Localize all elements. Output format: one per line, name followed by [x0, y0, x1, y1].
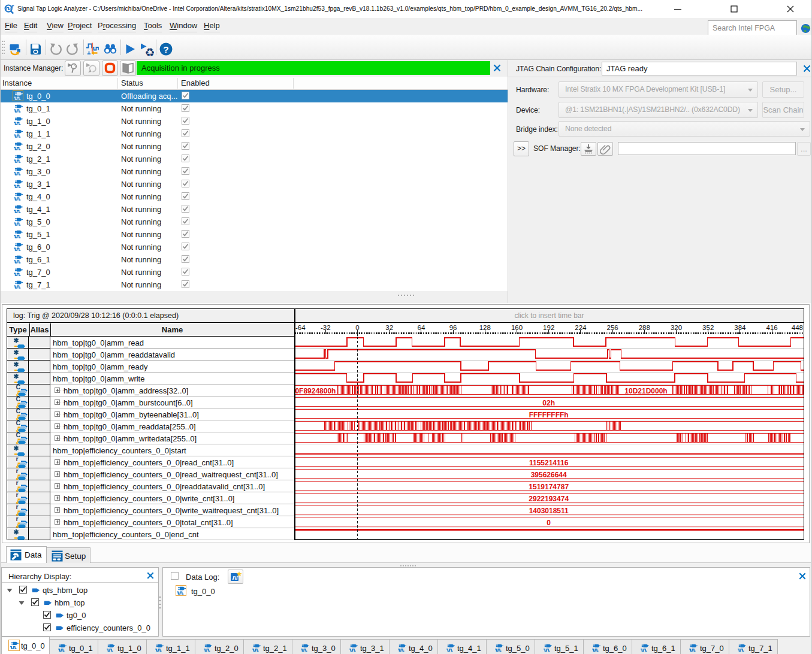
instance-tab-tg_2_1[interactable]: tg_2_1	[244, 639, 292, 654]
read-data-button[interactable]	[120, 60, 136, 76]
wave-row-11[interactable]: rhbm_top|efficiency_counters_0_0|read_wa…	[7, 468, 294, 480]
jtag-close-icon[interactable]	[802, 63, 812, 74]
instance-enabled-checkbox[interactable]	[182, 167, 189, 175]
autorun-analysis-button[interactable]	[83, 60, 99, 76]
wave-row-6[interactable]: Chbm_top|tg0_0|amm_byteenable[31..0]	[7, 408, 294, 420]
menu-file[interactable]: File	[5, 21, 17, 30]
expand-icon[interactable]	[55, 459, 60, 465]
instance-enabled-checkbox[interactable]	[182, 217, 189, 225]
hardware-select[interactable]: Intel Stratix 10 MX FPGA Development Kit…	[559, 81, 758, 98]
wave-row-0[interactable]: hbm_top|tg0_0|amm_read	[7, 337, 294, 349]
wave-row-9[interactable]: hbm_top|efficiency_counters_0_0|start	[7, 444, 294, 456]
menu-window[interactable]: Window	[170, 21, 197, 30]
tree-checkbox[interactable]	[31, 598, 39, 606]
col-status[interactable]: Status	[121, 78, 143, 87]
horizontal-splitter[interactable]	[0, 291, 508, 303]
instance-tab-tg_7_0[interactable]: tg_7_0	[681, 639, 729, 654]
instance-enabled-checkbox[interactable]	[182, 255, 189, 263]
banner-close-icon[interactable]	[492, 63, 502, 73]
wave-row-12[interactable]: rhbm_top|efficiency_counters_0_0|readdat…	[7, 480, 294, 492]
device-select[interactable]: @1: 1SM21BHN1(.|AS)/1SM21BHN2/.. (0x632A…	[559, 102, 758, 118]
wave-row-8[interactable]: Chbm_top|tg0_0|amm_writedata[255..0]	[7, 432, 294, 444]
tree-checkbox[interactable]	[43, 623, 51, 631]
datalog-item-tg_0_0[interactable]: tg_0_0	[163, 586, 343, 598]
instance-row-tg_1_1[interactable]: tg_1_1Not running	[0, 128, 508, 140]
autorun-analysis-icon[interactable]: ♻	[140, 42, 154, 56]
instance-enabled-checkbox[interactable]	[182, 142, 189, 150]
run-analysis-icon[interactable]	[123, 42, 137, 56]
instance-tab-tg_1_1[interactable]: tg_1_1	[147, 639, 195, 654]
menu-view[interactable]: View	[47, 21, 64, 30]
expand-icon[interactable]	[55, 471, 60, 477]
expand-icon[interactable]	[55, 423, 60, 429]
wave-row-3[interactable]: hbm_top|tg0_0|amm_write	[7, 373, 294, 384]
instance-tab-tg_3_1[interactable]: tg_3_1	[341, 639, 390, 654]
expand-icon[interactable]	[55, 483, 60, 489]
instance-enabled-checkbox[interactable]	[182, 92, 189, 99]
instance-row-tg_5_0[interactable]: tg_5_0Not running	[0, 216, 508, 228]
instance-enabled-checkbox[interactable]	[182, 205, 189, 213]
menu-help[interactable]: Help	[204, 21, 220, 30]
run-analysis-button[interactable]	[65, 60, 81, 76]
datalog-close-icon[interactable]	[798, 571, 807, 581]
timebar-hint[interactable]: click to insert time bar	[295, 311, 804, 320]
redo-icon[interactable]	[65, 42, 80, 56]
instance-enabled-checkbox[interactable]	[182, 104, 189, 112]
instance-tab-tg_1_0[interactable]: tg_1_0	[98, 639, 147, 654]
wave-row-10[interactable]: rhbm_top|efficiency_counters_0_0|read_cn…	[7, 456, 294, 468]
expand-icon[interactable]	[55, 411, 60, 417]
close-button[interactable]	[785, 4, 796, 14]
instance-enabled-checkbox[interactable]	[182, 268, 189, 275]
wave-row-15[interactable]: rhbm_top|efficiency_counters_0_0|total_c…	[7, 516, 294, 528]
datalog-add-button[interactable]	[228, 570, 243, 584]
wave-row-1[interactable]: hbm_top|tg0_0|amm_readdatavalid	[7, 349, 294, 361]
hierarchy-close-icon[interactable]	[146, 571, 155, 580]
instance-enabled-checkbox[interactable]	[182, 192, 189, 200]
wave-row-13[interactable]: rhbm_top|efficiency_counters_0_0|write_c…	[7, 492, 294, 504]
instance-row-tg_2_0[interactable]: tg_2_0Not running	[0, 140, 508, 153]
menu-tools[interactable]: Tools	[144, 21, 162, 30]
tab-data[interactable]: Data	[6, 546, 47, 563]
instance-enabled-checkbox[interactable]	[182, 180, 189, 187]
col-enabled[interactable]: Enabled	[181, 78, 210, 87]
instance-enabled-checkbox[interactable]	[182, 129, 189, 137]
maximize-button[interactable]	[729, 4, 739, 14]
trigger-conditions-icon[interactable]	[86, 42, 100, 56]
instance-tab-tg_6_0[interactable]: tg_6_0	[584, 639, 632, 654]
instance-row-tg_7_1[interactable]: tg_7_1Not running	[0, 278, 508, 291]
instance-row-tg_0_1[interactable]: tg_0_1Not running	[0, 102, 508, 115]
undo-icon[interactable]	[49, 42, 63, 56]
instance-row-tg_0_0[interactable]: tg_0_0Offloading acq...	[0, 90, 508, 102]
instance-enabled-checkbox[interactable]	[182, 280, 189, 288]
wave-row-16[interactable]: hbm_top|efficiency_counters_0_0|end_cnt	[7, 528, 294, 540]
instance-tab-tg_0_1[interactable]: tg_0_1	[50, 639, 98, 654]
instance-tab-tg_3_0[interactable]: tg_3_0	[292, 639, 341, 654]
wave-row-2[interactable]: hbm_top|tg0_0|amm_ready	[7, 361, 294, 373]
tree-checkbox[interactable]	[19, 586, 27, 594]
bridge-index-select[interactable]: None detected	[559, 121, 810, 137]
time-ruler[interactable]: -64-320326496128160192224256288320352384…	[295, 323, 804, 337]
globe-icon[interactable]	[801, 23, 811, 34]
waveform-canvas[interactable]: 0F8924800h10D21D000h02hFFFFFFFFh11552141…	[295, 337, 804, 540]
instance-tab-tg_2_0[interactable]: tg_2_0	[195, 639, 244, 654]
instance-enabled-checkbox[interactable]	[182, 243, 189, 250]
instance-tab-tg_4_1[interactable]: tg_4_1	[438, 639, 487, 654]
expander-icon[interactable]	[19, 601, 25, 605]
expand-icon[interactable]	[55, 435, 60, 441]
instance-row-tg_3_0[interactable]: tg_3_0Not running	[0, 165, 508, 178]
instance-tab-tg_7_1[interactable]: tg_7_1	[729, 639, 778, 654]
panel-splitter[interactable]	[159, 596, 161, 609]
minimize-button[interactable]	[672, 4, 683, 14]
expand-icon[interactable]	[55, 495, 60, 501]
expand-icon[interactable]	[55, 519, 60, 525]
menu-processing[interactable]: Processing	[98, 21, 136, 30]
wave-row-7[interactable]: Chbm_top|tg0_0|amm_readdata[255..0]	[7, 420, 294, 432]
menu-edit[interactable]: Edit	[24, 21, 37, 30]
expand-sof-button[interactable]: >>	[514, 141, 529, 156]
instance-tab-tg_4_0[interactable]: tg_4_0	[390, 639, 438, 654]
find-icon[interactable]	[103, 42, 117, 56]
instance-tab-tg_5_0[interactable]: tg_5_0	[487, 639, 535, 654]
sof-browse-button[interactable]: ...	[797, 142, 811, 156]
save-icon[interactable]	[28, 42, 43, 56]
instance-row-tg_6_1[interactable]: tg_6_1Not running	[0, 253, 508, 266]
